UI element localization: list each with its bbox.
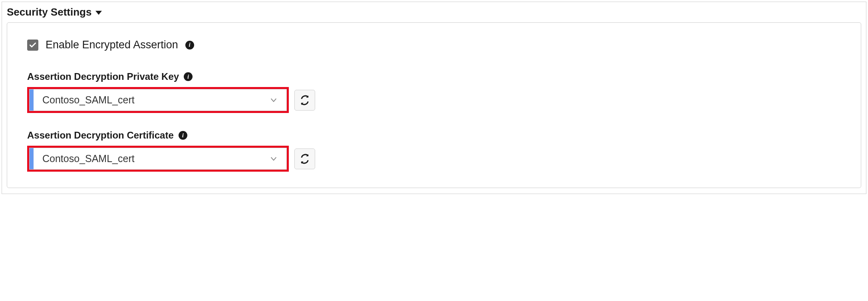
- private-key-value: Contoso_SAML_cert: [34, 94, 270, 106]
- dropdown-accent-bar: [30, 148, 34, 169]
- private-key-dropdown[interactable]: Contoso_SAML_cert: [29, 89, 287, 111]
- certificate-label: Assertion Decryption Certificate: [27, 130, 174, 141]
- checkmark-icon: [29, 41, 37, 49]
- certificate-dropdown[interactable]: Contoso_SAML_cert: [29, 148, 287, 170]
- certificate-refresh-button[interactable]: [294, 149, 315, 169]
- chevron-down-icon: [270, 155, 278, 163]
- private-key-dropdown-highlight: Contoso_SAML_cert: [27, 87, 289, 113]
- enable-encrypted-assertion-label: Enable Encrypted Assertion: [46, 39, 178, 51]
- dropdown-accent-bar: [30, 89, 34, 111]
- refresh-icon: [300, 154, 310, 164]
- private-key-label-row: Assertion Decryption Private Key i: [27, 71, 841, 82]
- settings-panel: Enable Encrypted Assertion i Assertion D…: [7, 22, 861, 188]
- security-settings-container: Security Settings Enable Encrypted Asser…: [2, 2, 866, 194]
- private-key-field-row: Contoso_SAML_cert: [27, 87, 841, 113]
- caret-down-icon: [95, 11, 102, 15]
- refresh-icon: [300, 95, 310, 105]
- certificate-value: Contoso_SAML_cert: [34, 153, 270, 164]
- section-header[interactable]: Security Settings: [7, 6, 861, 18]
- private-key-refresh-button[interactable]: [294, 90, 315, 111]
- certificate-field-row: Contoso_SAML_cert: [27, 146, 841, 172]
- certificate-field-group: Assertion Decryption Certificate i Conto…: [27, 130, 841, 172]
- enable-encrypted-assertion-row: Enable Encrypted Assertion i: [27, 39, 841, 51]
- enable-encrypted-assertion-checkbox[interactable]: [27, 40, 38, 51]
- certificate-label-row: Assertion Decryption Certificate i: [27, 130, 841, 141]
- info-icon[interactable]: i: [185, 41, 194, 50]
- private-key-label: Assertion Decryption Private Key: [27, 71, 179, 82]
- certificate-dropdown-highlight: Contoso_SAML_cert: [27, 146, 289, 172]
- private-key-field-group: Assertion Decryption Private Key i Conto…: [27, 71, 841, 113]
- section-title: Security Settings: [7, 6, 91, 18]
- chevron-down-icon: [270, 96, 278, 104]
- info-icon[interactable]: i: [184, 72, 193, 81]
- info-icon[interactable]: i: [179, 131, 187, 140]
